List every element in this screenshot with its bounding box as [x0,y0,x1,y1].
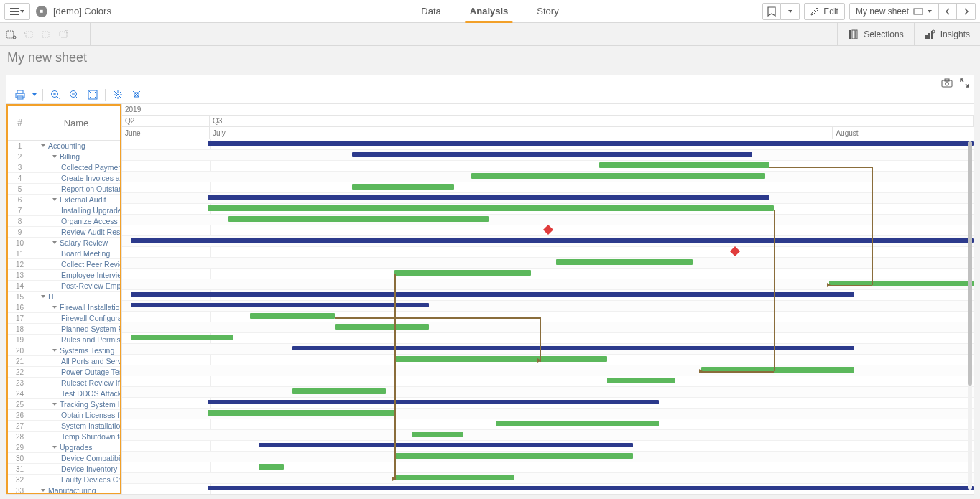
gantt-row-label[interactable]: 26Obtain Licenses from the Vendor [8,410,120,421]
timeline-row[interactable] [122,484,974,494]
bookmark-button[interactable] [762,3,781,20]
task-bar[interactable] [394,453,633,459]
timeline-row[interactable] [122,290,974,301]
summary-bar[interactable] [131,238,974,243]
timeline-rows[interactable] [122,139,974,494]
task-bar[interactable] [250,313,336,319]
gantt-row-label[interactable]: 27System Installation [8,421,120,432]
task-bar[interactable] [607,378,675,383]
gantt-row-label[interactable]: 18Planned System Restart [8,324,120,335]
timeline-row[interactable] [122,225,974,236]
tab-story[interactable]: Story [537,0,558,22]
step-forward-icon[interactable] [40,29,52,40]
gantt-row-label[interactable]: 21All Ports and Services Test [8,356,120,367]
task-bar[interactable] [292,388,386,394]
summary-bar[interactable] [208,400,659,404]
collapse-toggle-icon[interactable] [41,489,45,492]
timeline-row[interactable] [122,193,974,204]
task-bar[interactable] [394,356,607,362]
summary-bar[interactable] [208,141,974,146]
gantt-row-label[interactable]: 20Systems Testing [8,345,120,356]
timeline-row[interactable] [122,398,974,409]
gantt-row-label[interactable]: 1Accounting [8,141,120,151]
gantt-row-label[interactable]: 14Post-Review Employee Interviews [8,281,120,292]
timeline-row[interactable] [122,139,974,150]
task-bar[interactable] [412,432,463,437]
timeline-row[interactable] [122,462,974,473]
gantt-row-label[interactable]: 16Firewall Installation [8,302,120,313]
task-bar[interactable] [335,324,428,330]
timeline-row[interactable] [122,279,974,290]
bookmark-dropdown-button[interactable] [781,3,800,20]
timeline-row[interactable] [122,150,974,161]
task-bar[interactable] [228,216,488,222]
gantt-row-label[interactable]: 10Salary Review [8,238,120,248]
gantt-row-label[interactable]: 6External Audit [8,195,120,205]
task-bar[interactable] [131,335,233,340]
timeline-row[interactable] [122,441,974,452]
summary-bar[interactable] [292,346,854,350]
print-dropdown[interactable] [31,88,38,102]
task-bar[interactable] [829,281,974,286]
gantt-row-label[interactable]: 5Report on Outstanding Collections [8,184,120,195]
edit-button[interactable]: Edit [804,3,845,20]
gantt-row-label[interactable]: 9Review Audit Results [8,227,120,238]
gantt-row-label[interactable]: 15IT [8,292,120,302]
timeline-row[interactable] [122,387,974,398]
insights-button[interactable]: Insights [914,23,980,45]
timeline-row[interactable] [122,344,974,355]
gantt-row-label[interactable]: 7Installing Upgrades [8,205,120,216]
summary-bar[interactable] [208,486,974,490]
task-bar[interactable] [496,421,658,426]
gantt-row-label[interactable]: 8Organize Access for External Auditors [8,216,120,227]
collapse-toggle-icon[interactable] [52,349,57,352]
timeline-row[interactable] [122,258,974,269]
milestone-marker[interactable] [542,225,553,235]
collapse-toggle-icon[interactable] [52,446,57,449]
zoom-out-button[interactable] [66,88,82,102]
tab-data[interactable]: Data [421,0,440,22]
smart-search-icon[interactable] [6,29,17,40]
timeline-row[interactable] [122,333,974,344]
gantt-row-label[interactable]: 13Employee Interviews [8,270,120,281]
collapse-toggle-icon[interactable] [41,144,45,147]
timeline-row[interactable] [122,182,974,193]
selections-button[interactable]: Selections [837,23,913,45]
gantt-row-label[interactable]: 29Upgrades [8,442,120,453]
timeline-row[interactable] [122,430,974,441]
collapse-toggle-icon[interactable] [52,155,57,158]
task-bar[interactable] [208,205,774,211]
task-bar[interactable] [471,173,765,179]
collapse-toggle-icon[interactable] [41,295,45,298]
column-header-number[interactable]: # [8,106,32,140]
timeline-row[interactable] [122,269,974,279]
gantt-row-label[interactable]: 22Power Outage Tests [8,367,120,378]
timeline-row[interactable] [122,355,974,365]
prev-sheet-button[interactable] [938,3,957,20]
column-header-name[interactable]: Name [32,106,120,140]
gantt-row-label[interactable]: 2Billing [8,151,120,162]
print-button[interactable] [12,88,28,102]
gantt-row-label[interactable]: 4Create Invoices and Send Invoices [8,173,120,184]
expand-all-button[interactable] [110,88,126,102]
timeline-row[interactable] [122,172,974,182]
collapse-toggle-icon[interactable] [52,241,57,244]
task-bar[interactable] [259,464,285,470]
task-bar[interactable] [208,410,395,416]
timeline-row[interactable] [122,409,974,419]
collapse-toggle-icon[interactable] [52,306,57,309]
gantt-row-label[interactable]: 19Rules and Permissions Audit [8,335,120,345]
task-bar[interactable] [352,184,454,190]
summary-bar[interactable] [352,152,752,157]
fit-all-button[interactable] [85,88,101,102]
milestone-marker[interactable] [730,246,740,256]
timeline-row[interactable] [122,473,974,484]
timeline-row[interactable] [122,419,974,430]
gantt-row-label[interactable]: 33Manufacturing [8,485,120,493]
task-bar[interactable] [556,259,693,265]
gantt-row-label[interactable]: 32Faulty Devices Check [8,475,120,485]
summary-bar[interactable] [208,195,769,200]
scrollbar-thumb[interactable] [968,141,972,386]
gantt-row-label[interactable]: 3Collected Payments Review [8,162,120,173]
snapshot-button[interactable] [941,78,953,88]
